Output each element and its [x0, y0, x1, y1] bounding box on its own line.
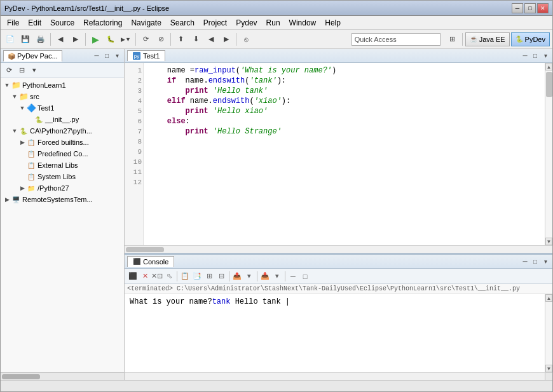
menu-pydev[interactable]: Pydev — [232, 17, 261, 29]
console-btn-7[interactable]: ⊞ — [203, 271, 215, 282]
tree-item-predefined[interactable]: 📋 Predefined Co... — [1, 148, 124, 159]
editor-scrollbar-h[interactable] — [125, 245, 552, 253]
tree-toggle[interactable]: ▶ — [18, 139, 26, 146]
console-minimize[interactable]: ─ — [521, 257, 529, 266]
editor-maximize[interactable]: □ — [531, 51, 540, 60]
editor-panel: py Test1 ─ □ ▾ 1234 5678 9101112 — [125, 49, 552, 253]
console-h-track[interactable] — [125, 373, 545, 380]
console-btn-14[interactable]: □ — [299, 271, 311, 282]
scrollbar-thumb[interactable] — [2, 374, 40, 379]
tree-item-remote[interactable]: ▶ 🖥️ RemoteSystemsTem... — [1, 194, 124, 205]
tree-item-python27dir[interactable]: ▶ 📁 /Python27 — [1, 182, 124, 194]
tree-toggle[interactable]: ▶ — [18, 184, 26, 192]
console-btn-10[interactable]: ▾ — [243, 271, 255, 282]
tree-more-btn[interactable]: ▾ — [29, 65, 40, 76]
toolbar-sep-3 — [135, 33, 136, 46]
editor-scroll-h-thumb[interactable] — [126, 247, 164, 252]
tree-collapse-btn[interactable]: ⊟ — [16, 65, 27, 76]
console-scroll-up[interactable]: ▲ — [545, 294, 552, 302]
tb-btn-7[interactable]: ⬇ — [189, 32, 203, 46]
tree-toggle[interactable]: ▼ — [3, 81, 11, 89]
menu-source[interactable]: Source — [46, 17, 78, 29]
perspective-pydev[interactable]: 🐍 PyDev — [511, 32, 550, 46]
left-panel-close[interactable]: ▾ — [113, 51, 121, 60]
tree-item-pythonlearn1[interactable]: ▼ 📁 PythonLearn1 — [1, 79, 124, 91]
menu-window[interactable]: Window — [285, 17, 320, 29]
left-panel-scrollbar-h[interactable] — [1, 372, 124, 380]
console-scrollbar-h[interactable] — [125, 372, 552, 380]
console-btn-3[interactable]: ✕⊡ — [151, 271, 163, 282]
menu-edit[interactable]: Edit — [24, 17, 45, 29]
console-btn-11[interactable]: 📥 — [259, 271, 271, 282]
console-btn-4[interactable]: ⬁ — [163, 271, 175, 282]
tree-toggle[interactable]: ▼ — [11, 93, 18, 100]
console-btn-6[interactable]: 📑 — [191, 271, 203, 282]
tree-item-init[interactable]: 🐍 __init__.py — [1, 114, 124, 125]
close-button[interactable]: ✕ — [537, 3, 549, 13]
pydev-packages-tab[interactable]: 📦 PyDev Pac... — [3, 50, 62, 62]
console-tab[interactable]: ⬛ Console — [127, 256, 174, 267]
editor-close[interactable]: ▾ — [541, 51, 550, 60]
print-button[interactable]: 🖨️ — [34, 32, 48, 46]
tree-item-python27[interactable]: ▼ 🐍 CA\Python27\pyth... — [1, 125, 124, 137]
console-scrollbar-v[interactable]: ▲ ▼ — [545, 294, 552, 372]
console-btn-5[interactable]: 📋 — [179, 271, 191, 282]
code-editor[interactable]: name =raw_input('What is your name?') if… — [144, 63, 545, 245]
new-button[interactable]: 📄 — [3, 32, 17, 46]
tb-btn-10[interactable]: ⎋ — [239, 32, 253, 46]
console-btn-13[interactable]: ─ — [287, 271, 299, 282]
left-panel-maximize[interactable]: □ — [102, 51, 111, 60]
perspective-javaee[interactable]: ☕ Java EE — [465, 32, 510, 46]
editor-minimize[interactable]: ─ — [521, 51, 529, 60]
forward-button[interactable]: ▶ — [69, 32, 83, 46]
menu-project[interactable]: Project — [200, 17, 231, 29]
console-scroll-down[interactable]: ▼ — [545, 365, 552, 372]
editor-tab-test1[interactable]: py Test1 — [127, 50, 165, 61]
menu-navigate[interactable]: Navigate — [127, 17, 165, 29]
tree-label: Test1 — [38, 104, 54, 112]
tree-item-test1[interactable]: ▼ 🔷 Test1 — [1, 102, 124, 114]
tree-item-src[interactable]: ▼ 📁 src — [1, 91, 124, 102]
console-scroll-track[interactable] — [545, 302, 552, 365]
tb-btn-9[interactable]: ▶ — [219, 32, 233, 46]
console-maximize[interactable]: □ — [531, 257, 540, 266]
scroll-thumb[interactable] — [546, 72, 552, 97]
left-panel-minimize[interactable]: ─ — [92, 51, 101, 60]
console-close[interactable]: ▾ — [541, 257, 550, 266]
run-last-button[interactable]: ▶▼ — [119, 32, 133, 46]
tree-sync-btn[interactable]: ⟳ — [3, 65, 15, 76]
scroll-track[interactable] — [545, 71, 552, 238]
console-btn-1[interactable]: ⬛ — [127, 271, 139, 282]
tree-item-syslibs[interactable]: 📋 System Libs — [1, 171, 124, 182]
run-button[interactable]: ▶ — [88, 32, 102, 46]
menu-refactoring[interactable]: Refactoring — [79, 17, 126, 29]
tree-toggle[interactable]: ▼ — [18, 104, 26, 112]
menu-file[interactable]: File — [3, 17, 23, 29]
quick-access-input[interactable]: Quick Access — [352, 33, 440, 46]
menu-search[interactable]: Search — [167, 17, 198, 29]
menu-run[interactable]: Run — [263, 17, 284, 29]
menu-help[interactable]: Help — [321, 17, 345, 29]
console-btn-8[interactable]: ⊟ — [215, 271, 227, 282]
tree-toggle[interactable]: ▼ — [11, 127, 18, 135]
tree-toggle[interactable]: ▶ — [3, 196, 11, 203]
perspective-open-btn[interactable]: ⊞ — [446, 32, 460, 46]
debug-button[interactable]: 🐛 — [104, 32, 118, 46]
console-stop-btn[interactable]: ✕ — [139, 271, 151, 282]
maximize-button[interactable]: □ — [524, 3, 536, 13]
tree-item-forced[interactable]: ▶ 📋 Forced builtins... — [1, 137, 124, 148]
minimize-button[interactable]: ─ — [512, 3, 523, 13]
tb-btn-6[interactable]: ⬆ — [174, 32, 188, 46]
tree-item-extlibs[interactable]: 📋 External Libs — [1, 159, 124, 171]
console-btn-12[interactable]: ▾ — [271, 271, 283, 282]
tb-btn-8[interactable]: ◀ — [204, 32, 218, 46]
editor-scrollbar-v[interactable]: ▲ ▼ — [545, 63, 552, 245]
scroll-down[interactable]: ▼ — [545, 238, 552, 245]
tb-btn-5[interactable]: ⊘ — [154, 32, 168, 46]
console-btn-9[interactable]: 📤 — [231, 271, 243, 282]
console-output[interactable]: What is your name?tank Hello tank | — [125, 294, 545, 372]
save-button[interactable]: 💾 — [18, 32, 32, 46]
scroll-up[interactable]: ▲ — [545, 63, 552, 71]
tb-btn-4[interactable]: ⟳ — [139, 32, 153, 46]
back-button[interactable]: ◀ — [53, 32, 67, 46]
